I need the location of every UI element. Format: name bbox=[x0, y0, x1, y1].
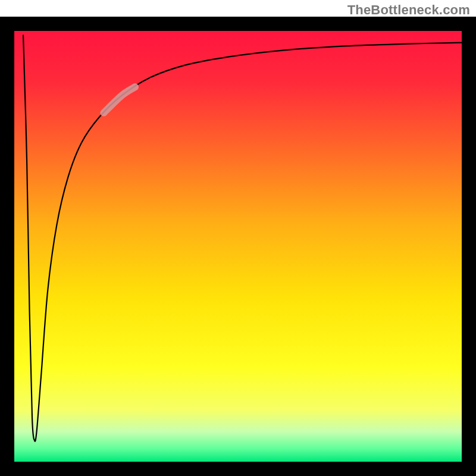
frame-edge-bottom bbox=[0, 462, 476, 476]
chart-stage: TheBottleneck.com bbox=[0, 0, 476, 476]
frame-edge-right bbox=[462, 17, 476, 476]
bottleneck-curve bbox=[14, 31, 462, 462]
watermark-text: TheBottleneck.com bbox=[347, 2, 470, 18]
frame-edge-left bbox=[0, 17, 14, 476]
frame-edge-top bbox=[0, 17, 476, 31]
plot-area bbox=[14, 31, 462, 462]
